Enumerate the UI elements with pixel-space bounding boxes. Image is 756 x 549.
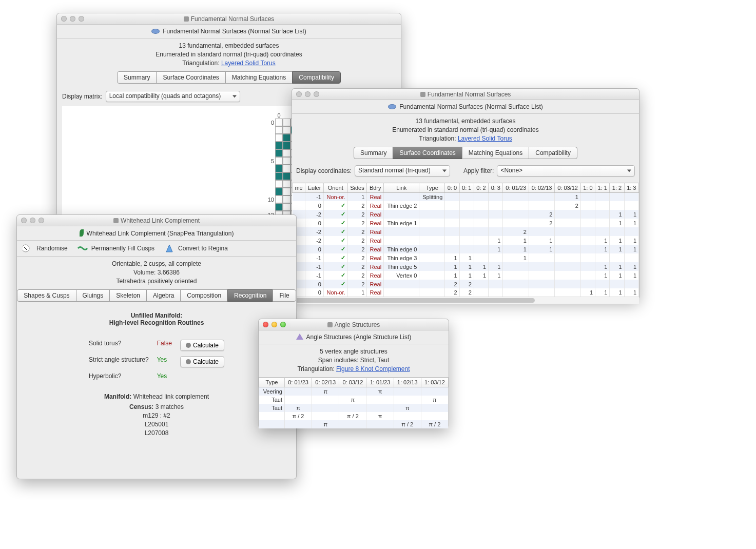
matrix-cell	[283, 134, 290, 142]
minimize-icon[interactable]	[30, 218, 35, 223]
col-header[interactable]: 0: 2	[474, 183, 488, 193]
zoom-icon[interactable]	[280, 322, 286, 327]
tab-algebra[interactable]: Algebra	[146, 289, 181, 302]
h-scrollbar[interactable]	[292, 297, 639, 304]
triangulation-link[interactable]: Figure 8 Knot Complement	[336, 365, 410, 372]
minimize-icon[interactable]	[70, 16, 75, 22]
tab-composition[interactable]: Composition	[180, 289, 228, 302]
col-header[interactable]: Type	[419, 183, 445, 193]
title-text: Whitehead Link Complement	[121, 217, 200, 224]
triangulation-link[interactable]: Layered Solid Torus	[458, 135, 512, 142]
scrollbar-thumb[interactable]	[292, 298, 535, 303]
manifold-label: Manifold:	[104, 393, 131, 400]
tab-surface-coordinates[interactable]: Surface Coordinates	[393, 147, 462, 159]
table-row[interactable]: 0✓2RealThin edge 22	[293, 201, 639, 210]
col-header[interactable]: Euler	[305, 183, 324, 193]
close-icon[interactable]	[263, 322, 268, 327]
solid-torus-q: Solid torus?	[89, 340, 149, 351]
tab-shapes-cusps[interactable]: Shapes & Cusps	[17, 289, 76, 302]
window-fns-coords: Fundamental Normal Surfaces Fundamental …	[292, 88, 639, 300]
app-icon	[184, 16, 189, 22]
col-header[interactable]: 1: 02/13	[394, 378, 421, 387]
col-header[interactable]: 1: 2	[610, 183, 624, 193]
titlebar[interactable]: Fundamental Normal Surfaces	[292, 89, 639, 100]
tab-surface-coordinates[interactable]: Surface Coordinates	[156, 71, 225, 84]
col-header[interactable]: Sides	[347, 183, 367, 193]
calculate-button-1[interactable]: Calculate	[180, 340, 224, 351]
col-header[interactable]: Orient	[323, 183, 347, 193]
display-matrix-select[interactable]: Local compatibility (quads and octagons)	[106, 91, 240, 102]
tab-summary[interactable]: Summary	[354, 147, 393, 159]
table-row[interactable]: -2✓2Real211	[293, 210, 639, 219]
table-row[interactable]: ππ / 2π / 2	[259, 420, 449, 428]
col-header[interactable]: 0: 1	[459, 183, 474, 193]
display-coords-select[interactable]: Standard normal (tri-quad)	[355, 165, 450, 177]
zoom-icon[interactable]	[38, 218, 44, 223]
zoom-icon[interactable]	[314, 91, 319, 97]
table-row[interactable]: 0Non-or.1Real221111	[293, 288, 639, 297]
close-icon[interactable]	[61, 16, 67, 22]
table-row[interactable]: 0✓2Real22	[293, 280, 639, 288]
matrix-cell	[275, 157, 283, 165]
col-header[interactable]: 1: 03/12	[421, 378, 448, 387]
table-row[interactable]: -1✓2RealThin edge 51111111	[293, 262, 639, 271]
titlebar[interactable]: Angle Structures	[259, 319, 449, 330]
table-row[interactable]: Tautππ	[259, 404, 449, 412]
col-header[interactable]: 0: 01/23	[503, 183, 529, 193]
table-row[interactable]: -1Non-or.1RealSplitting1	[293, 193, 639, 202]
tab-compatibility[interactable]: Compatibility	[292, 71, 341, 84]
table-row[interactable]: -1✓2RealThin edge 3111	[293, 253, 639, 262]
col-header[interactable]: 0: 03/12	[555, 183, 580, 193]
triangulation-link[interactable]: Layered Solid Torus	[221, 60, 276, 67]
col-header[interactable]: 1: 0	[580, 183, 595, 193]
tab-matching-equations[interactable]: Matching Equations	[225, 71, 293, 84]
tab-summary[interactable]: Summary	[117, 71, 157, 84]
convert-button[interactable]: Convert to Regina	[164, 244, 228, 253]
randomise-button[interactable]: Randomise	[22, 244, 68, 253]
close-icon[interactable]	[296, 91, 302, 97]
tab-matching-equations[interactable]: Matching Equations	[462, 147, 529, 159]
subheader: Fundamental Normal Surfaces (Normal Surf…	[57, 25, 401, 38]
col-header[interactable]: 1: 1	[595, 183, 610, 193]
table-row[interactable]: 0✓2RealThin edge 1211	[293, 219, 639, 227]
table-row[interactable]: -2✓2Real2	[293, 227, 639, 236]
close-icon[interactable]	[21, 218, 27, 223]
titlebar[interactable]: Whitehead Link Complement	[17, 215, 296, 226]
table-row[interactable]: Veeringππ	[259, 387, 449, 396]
titlebar[interactable]: Fundamental Normal Surfaces	[57, 13, 401, 25]
col-header[interactable]: 0: 3	[489, 183, 503, 193]
rec-heading-2: High-level Recognition Routines	[43, 319, 270, 326]
col-header[interactable]: 0: 02/13	[529, 183, 554, 193]
col-header[interactable]: 0: 01/23	[284, 378, 312, 387]
census-item: m129 : #2	[43, 411, 270, 420]
col-header[interactable]: Type	[259, 378, 285, 387]
tab-compatibility[interactable]: Compatibility	[529, 147, 577, 159]
col-header[interactable]: Bdry	[367, 183, 384, 193]
tab-gluings[interactable]: Gluings	[76, 289, 110, 302]
tabbar: SummarySurface CoordinatesMatching Equat…	[292, 147, 639, 159]
matrix-cell	[283, 195, 290, 203]
col-header[interactable]: 0: 02/13	[312, 378, 339, 387]
col-header[interactable]: 1: 01/23	[366, 378, 394, 387]
minimize-icon[interactable]	[305, 91, 311, 97]
col-header[interactable]: 1: 3	[624, 183, 638, 193]
table-row[interactable]: Tautππ	[259, 396, 449, 404]
table-row[interactable]: 0✓2RealThin edge 0111111	[293, 245, 639, 253]
table-row[interactable]: -1✓2RealVertex 01111111	[293, 271, 639, 280]
tab-skeleton[interactable]: Skeleton	[109, 289, 147, 302]
col-header[interactable]: Link	[384, 183, 419, 193]
apply-filter-select[interactable]: <None>	[497, 165, 635, 177]
calculate-button-2[interactable]: Calculate	[180, 356, 224, 367]
table-row[interactable]: π / 2π / 2π	[259, 412, 449, 420]
col-header[interactable]: 0: 03/12	[339, 378, 366, 387]
apply-filter-label: Apply filter:	[463, 167, 494, 174]
table-row[interactable]: -2✓2Real111111	[293, 236, 639, 245]
col-header[interactable]: me	[293, 183, 305, 193]
minimize-icon[interactable]	[272, 322, 277, 327]
col-header[interactable]: 0: 0	[445, 183, 459, 193]
tab-file[interactable]: File	[273, 289, 296, 302]
zoom-icon[interactable]	[79, 16, 84, 22]
fill-cusps-button[interactable]: Permanently Fill Cusps	[77, 244, 154, 253]
tab-recognition[interactable]: Recognition	[227, 289, 273, 302]
tabbar: Shapes & CuspsGluingsSkeletonAlgebraComp…	[17, 289, 296, 302]
